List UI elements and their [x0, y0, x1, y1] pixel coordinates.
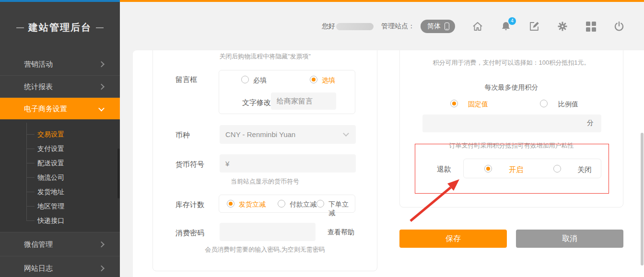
radio-ship-deduct-label[interactable]: 发货立减: [239, 200, 266, 209]
gear-icon[interactable]: [557, 21, 568, 32]
sidebar-menu-bottom: 微信管理 网站日志: [0, 232, 120, 277]
view-help-link[interactable]: 查看帮助: [328, 228, 354, 237]
submenu-item-trade-settings[interactable]: 交易设置: [0, 127, 120, 141]
max-points-input[interactable]: 分: [422, 115, 601, 132]
app-title-text: 建站管理后台: [28, 21, 92, 34]
submenu-item-ship-address[interactable]: 发货地址: [0, 185, 120, 199]
manage-site-label: 管理站点：: [381, 22, 415, 31]
max-points-title: 每次最多使用积分: [400, 83, 623, 92]
radio-refund-off[interactable]: [553, 165, 561, 173]
language-label: 简体: [427, 22, 441, 31]
radio-order-deduct-label[interactable]: 下单立减: [328, 200, 355, 218]
radio-fixed-value[interactable]: [450, 100, 458, 107]
submenu-item-payment-settings[interactable]: 支付设置: [0, 141, 120, 156]
greeting-text: 您好: [322, 22, 335, 31]
text-edit-label: 文字修改: [242, 98, 271, 107]
chevron-down-icon: [343, 130, 349, 137]
radio-ship-deduct[interactable]: [227, 200, 234, 208]
consume-password-hint: 会员消费时需要的输入密码,为空则无需密码: [153, 245, 377, 254]
main-content-panel: 关闭后购物流程中将隐藏”发票项” 留言框 必填 选填 文字修改 币种 CNY -…: [133, 50, 644, 277]
submenu-item-express-api[interactable]: 快递接口: [0, 213, 120, 228]
radio-pay-deduct[interactable]: [278, 200, 285, 208]
sidebar: 建站管理后台 营销活动 统计报表 电子商务设置 交易设置 支付设置 配送设置 物…: [0, 0, 120, 277]
sidebar-submenu: 交易设置 支付设置 配送设置 物流公司 发货地址 地区管理 快递接口: [0, 119, 120, 232]
language-pill[interactable]: 简体: [421, 20, 455, 33]
radio-ratio-value[interactable]: [540, 100, 548, 107]
radio-optional[interactable]: [310, 76, 317, 83]
bell-icon[interactable]: 4: [500, 21, 512, 32]
sidebar-item-ecommerce-settings[interactable]: 电子商务设置: [0, 97, 120, 119]
submenu-item-region-management[interactable]: 地区管理: [0, 199, 120, 213]
radio-optional-label[interactable]: 选填: [322, 76, 335, 85]
stock-count-group: 发货立减 付款立减 下单立减: [219, 195, 355, 213]
message-box-label: 留言框: [176, 75, 197, 84]
sidebar-item-label: 统计报表: [24, 82, 53, 91]
power-icon[interactable]: [613, 21, 625, 32]
currency-label: 币种: [176, 130, 190, 140]
radio-fixed-value-label[interactable]: 固定值: [468, 100, 488, 109]
sidebar-item-label: 微信管理: [24, 240, 53, 248]
currency-select-value: CNY - Renminbi Yuan: [225, 130, 295, 138]
sidebar-scrollbar-thumb[interactable]: [117, 149, 120, 198]
radio-required[interactable]: [241, 76, 249, 83]
save-button[interactable]: 保存: [399, 230, 507, 248]
mobile-icon: [445, 23, 449, 30]
points-unit-label: 分: [587, 119, 594, 127]
radio-ratio-value-label[interactable]: 比例值: [558, 100, 578, 109]
radio-required-label[interactable]: 必填: [253, 76, 267, 85]
refund-group: 开启 关闭: [463, 159, 601, 178]
currency-symbol-hint: 当前站点显示的货币符号: [153, 177, 377, 186]
submenu-item-label: 交易设置: [37, 130, 64, 138]
submenu-item-label: 物流公司: [37, 173, 64, 181]
home-icon[interactable]: [472, 21, 483, 32]
sidebar-menu: 营销活动 统计报表 电子商务设置: [0, 53, 120, 119]
submenu-item-label: 配送设置: [37, 159, 64, 167]
sidebar-item-label: 营销活动: [24, 60, 53, 68]
refund-label: 退款: [437, 164, 451, 174]
chevron-down-icon: [98, 105, 105, 111]
apps-grid-icon[interactable]: [585, 21, 597, 32]
points-tip: 订单支付时采用积分抵扣可有效增加用户粘性: [400, 141, 623, 150]
points-settings-card: 积分可用于消费，支付时可以选择如：100积分抵扣1元。 每次最多使用积分 固定值…: [399, 50, 623, 208]
radio-pay-deduct-label[interactable]: 付款立减: [290, 200, 316, 209]
sidebar-item-label: 电子商务设置: [24, 104, 67, 113]
sidebar-item-label: 网站日志: [24, 264, 53, 272]
message-box-group: 必填 选填 文字修改: [219, 70, 355, 114]
submenu-item-label: 地区管理: [37, 202, 64, 210]
annotation-arrow: [406, 175, 468, 226]
chevron-right-icon: [98, 265, 105, 271]
sidebar-top-accent-strip: [0, 0, 120, 2]
sidebar-item-site-log[interactable]: 网站日志: [0, 256, 120, 277]
message-text-input[interactable]: [271, 92, 336, 110]
submenu-item-logistics-company[interactable]: 物流公司: [0, 170, 120, 185]
stock-count-label: 库存计数: [176, 200, 204, 209]
radio-refund-on-label[interactable]: 开启: [509, 165, 523, 174]
sidebar-item-marketing[interactable]: 营销活动: [0, 53, 120, 75]
consume-password-label: 消费密码: [176, 228, 204, 238]
title-dash-left: [16, 27, 24, 28]
radio-refund-on[interactable]: [484, 165, 492, 173]
notification-badge: 4: [508, 17, 516, 25]
radio-refund-off-label[interactable]: 关闭: [577, 165, 592, 174]
invoice-hint: 关闭后购物流程中将隐藏”发票项”: [153, 52, 377, 61]
edit-icon[interactable]: [528, 21, 540, 32]
header: 您好 管理站点： 简体 4: [120, 2, 644, 50]
currency-symbol-input[interactable]: [220, 154, 356, 173]
chevron-right-icon: [98, 83, 105, 90]
submenu-item-delivery-settings[interactable]: 配送设置: [0, 156, 120, 170]
cancel-button[interactable]: 取消: [516, 230, 623, 248]
points-hint: 积分可用于消费，支付时可以选择如：100积分抵扣1元。: [400, 58, 623, 67]
title-dash-right: [96, 27, 104, 28]
currency-select[interactable]: CNY - Renminbi Yuan: [220, 125, 356, 144]
currency-symbol-label: 货币符号: [176, 160, 204, 169]
radio-order-deduct[interactable]: [316, 200, 324, 208]
sidebar-item-statistics[interactable]: 统计报表: [0, 75, 120, 97]
trade-settings-card: 关闭后购物流程中将隐藏”发票项” 留言框 必填 选填 文字修改 币种 CNY -…: [152, 50, 377, 271]
header-row: 您好 管理站点： 简体 4: [322, 20, 625, 33]
chevron-right-icon: [98, 241, 105, 247]
submenu-item-label: 快递接口: [37, 217, 64, 224]
page-scrollbar-thumb[interactable]: [641, 133, 644, 265]
consume-password-input[interactable]: [220, 223, 316, 241]
sidebar-item-wechat[interactable]: 微信管理: [0, 232, 120, 256]
submenu-item-label: 支付设置: [37, 145, 64, 152]
